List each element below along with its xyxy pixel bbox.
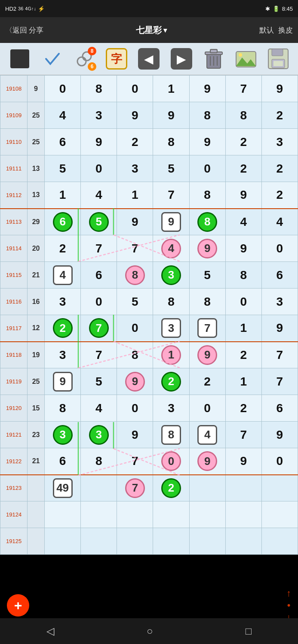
row-cell: 9 xyxy=(117,102,153,129)
status-bar: HD2 36 4G↑↓ ⚡ ✱ 🔋 8:45 xyxy=(0,0,298,17)
nav-back-share[interactable]: 〈返回 分享 xyxy=(5,25,43,35)
row-cell: 7 xyxy=(225,422,261,448)
row-cell: 2 xyxy=(225,395,261,422)
row-cell: 9 xyxy=(189,235,225,262)
row-cell xyxy=(261,475,298,501)
android-recent[interactable]: □ xyxy=(246,625,252,637)
black-square-btn[interactable] xyxy=(7,46,33,72)
row-cell: 9 xyxy=(189,76,225,102)
row-cell: 49 xyxy=(45,475,81,501)
time-display: 8:45 xyxy=(282,6,293,12)
row-cell: 8 xyxy=(225,102,261,129)
forward-arrow-btn[interactable]: ▶ xyxy=(169,46,194,72)
row-cell: 3 xyxy=(45,422,81,448)
svg-rect-15 xyxy=(273,61,283,66)
row-cell: 8 xyxy=(117,262,153,289)
row-sum: 15 xyxy=(28,395,45,422)
skin-button[interactable]: 换皮 xyxy=(278,25,293,35)
table-row: 19111135035022 xyxy=(0,155,298,182)
table-row: 19116163058803 xyxy=(0,289,298,315)
nav-bar: 〈返回 分享 七星彩 ▾ 默认 换皮 xyxy=(0,17,298,43)
row-cell: 1 xyxy=(45,182,81,209)
row-cell: 9 xyxy=(189,129,225,155)
row-id: 19113 xyxy=(0,209,28,235)
row-id: 19108 xyxy=(0,76,28,102)
row-cell xyxy=(225,501,261,528)
row-cell: 2 xyxy=(153,475,189,501)
lottery-table: 1910890801979191092543998821911025692892… xyxy=(0,75,298,555)
row-cell: 7 xyxy=(117,475,153,501)
nav-right-actions[interactable]: 默认 换皮 xyxy=(259,25,293,35)
signal-3g: 36 xyxy=(18,6,23,11)
default-button[interactable]: 默认 xyxy=(259,25,274,35)
row-cell: 4 xyxy=(189,422,225,448)
row-id: 19116 xyxy=(0,289,28,315)
scroll-up-icon[interactable]: ↑ xyxy=(286,588,291,599)
row-cell: 5 xyxy=(81,209,117,235)
row-id: 19125 xyxy=(0,528,28,555)
row-sum: 13 xyxy=(28,182,45,209)
toolbar: 8 6 字 ◀ ▶ xyxy=(0,43,298,75)
row-sum: 29 xyxy=(28,209,45,235)
row-cell: 3 xyxy=(153,262,189,289)
row-cell xyxy=(81,475,117,501)
row-sum: 23 xyxy=(28,422,45,448)
row-sum: 19 xyxy=(28,342,45,368)
row-cell xyxy=(261,528,298,555)
row-cell: 9 xyxy=(81,129,117,155)
checkmark-btn[interactable] xyxy=(39,46,65,72)
row-cell: 4 xyxy=(225,209,261,235)
svg-rect-5 xyxy=(210,49,217,53)
table-row: 19117122703719 xyxy=(0,315,298,342)
row-cell: 2 xyxy=(225,155,261,182)
row-sum: 13 xyxy=(28,155,45,182)
table-row: 1910890801979 xyxy=(0,76,298,102)
save-btn[interactable] xyxy=(265,46,291,72)
row-cell: 5 xyxy=(45,155,81,182)
android-back[interactable]: ◁ xyxy=(46,625,54,637)
row-cell: 2 xyxy=(261,102,298,129)
link-badge-btn[interactable]: 8 6 xyxy=(71,46,97,72)
row-cell: 0 xyxy=(225,289,261,315)
row-id: 19119 xyxy=(0,368,28,395)
row-cell: 9 xyxy=(189,342,225,368)
row-cell: 6 xyxy=(81,262,117,289)
badge-6: 6 xyxy=(88,62,96,71)
row-id: 19122 xyxy=(0,448,28,475)
row-cell: 0 xyxy=(189,395,225,422)
row-id: 19123 xyxy=(0,475,28,501)
char-btn[interactable]: 字 xyxy=(104,46,129,72)
row-cell: 3 xyxy=(81,102,117,129)
row-sum: 25 xyxy=(28,368,45,395)
row-cell: 6 xyxy=(261,395,298,422)
back-button[interactable]: 〈返回 xyxy=(5,25,27,35)
row-cell xyxy=(225,475,261,501)
row-id: 19118 xyxy=(0,342,28,368)
back-arrow-btn[interactable]: ◀ xyxy=(136,46,162,72)
table-row: 19119259592217 xyxy=(0,368,298,395)
row-cell: 8 xyxy=(225,262,261,289)
row-cell: 9 xyxy=(117,209,153,235)
row-cell: 9 xyxy=(261,315,298,342)
row-cell: 3 xyxy=(45,289,81,315)
row-cell xyxy=(153,501,189,528)
trash-btn[interactable] xyxy=(201,46,227,72)
add-button[interactable]: + xyxy=(7,594,29,617)
share-button[interactable]: 分享 xyxy=(29,25,43,35)
row-cell: 7 xyxy=(117,235,153,262)
row-id: 19111 xyxy=(0,155,28,182)
row-cell xyxy=(45,501,81,528)
row-cell xyxy=(81,501,117,528)
scroll-arrows[interactable]: ↑ • ↓ xyxy=(286,588,291,623)
row-cell xyxy=(225,528,261,555)
photo-btn[interactable] xyxy=(233,46,259,72)
table-row: 19124 xyxy=(0,501,298,528)
row-cell: 9 xyxy=(153,209,189,235)
table-row: 191234972 xyxy=(0,475,298,501)
svg-rect-13 xyxy=(272,49,283,56)
row-cell: 2 xyxy=(225,129,261,155)
android-home[interactable]: ○ xyxy=(147,625,153,637)
row-cell xyxy=(45,528,81,555)
row-cell: 3 xyxy=(261,289,298,315)
row-cell: 9 xyxy=(225,235,261,262)
